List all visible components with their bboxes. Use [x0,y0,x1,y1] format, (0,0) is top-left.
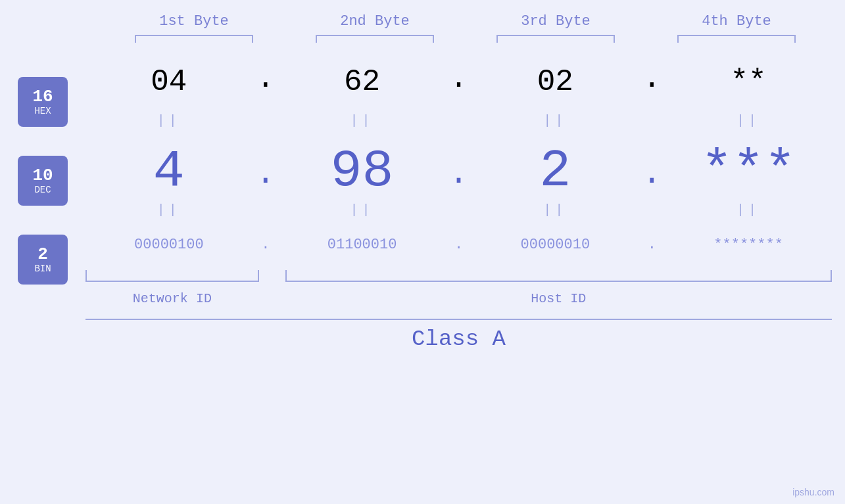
bin-val-1: 00000100 [134,237,204,253]
eq-1: || [157,113,181,128]
hex-sep-1: . [253,62,279,103]
badges-column: 16 HEX 10 DEC 2 BIN [0,56,85,352]
dec-val-2: 98 [331,145,394,198]
byte-header-4: 4th Byte [646,13,827,35]
eq-cell-1: || [85,113,253,128]
bottom-brackets [85,270,832,288]
hex-dot-2: . [450,62,468,103]
eq-2: || [350,113,374,128]
eq-cell-2: || [279,113,446,128]
bracket-top-line-1 [135,35,253,43]
dec-sep-3: . [639,155,665,198]
dec-val-4: *** [701,145,796,198]
eq2-cell-1: || [85,202,253,218]
network-id-label: Network ID [133,291,212,306]
class-label: Class A [412,327,506,352]
bracket-top-3 [466,35,646,43]
hex-val-2: 62 [344,65,380,99]
bracket-top-4 [646,35,827,43]
hex-cell-3: 02 [472,65,639,99]
dec-dot-1: . [256,155,276,198]
hex-dot-1: . [256,62,275,103]
bin-cell-4: ******** [665,237,832,253]
bracket-top-line-2 [316,35,434,43]
bin-dot-1: . [261,237,270,253]
eq2-cell-3: || [472,202,639,218]
eq-4: || [736,113,760,128]
bin-sep-2: . [446,237,472,253]
dec-cell-1: 4 [85,145,253,198]
bin-cell-3: 00000010 [472,237,639,253]
bracket-top-line-4 [677,35,796,43]
hex-val-1: 04 [151,65,187,99]
dec-dot-3: . [642,155,662,198]
eq-cell-4: || [665,113,832,128]
eq2-cell-2: || [279,202,446,218]
dec-badge: 10 DEC [18,156,68,206]
dec-val-3: 2 [539,145,571,198]
host-id-label: Host ID [531,291,586,306]
hex-cell-1: 04 [85,65,253,99]
hex-sep-2: . [446,62,472,103]
dec-sep-2: . [446,155,472,198]
dec-cell-4: *** [665,145,832,198]
data-columns: 04 . 62 . 02 . ** [85,56,845,352]
byte-header-3: 3rd Byte [466,13,646,35]
dec-dot-2: . [448,155,468,198]
byte-header-2: 2nd Byte [285,13,466,35]
hex-val-3: 02 [537,65,573,99]
hex-badge-label: HEX [34,106,51,116]
labels-row: Network ID Host ID [85,288,832,312]
hex-dot-3: . [642,62,661,103]
network-id-bracket [85,270,259,282]
dec-cell-2: 98 [279,145,446,198]
watermark: ipshu.com [792,487,834,497]
eq2-cell-4: || [665,202,832,218]
dec-badge-label: DEC [34,185,51,195]
bin-sep-3: . [639,237,665,253]
hex-row: 04 . 62 . 02 . ** [85,56,832,108]
top-brackets [104,35,827,43]
bracket-top-2 [285,35,466,43]
network-id-label-cell: Network ID [85,291,259,306]
dec-badge-num: 10 [32,166,53,185]
eq-cell-3: || [472,113,639,128]
bin-val-3: 00000010 [521,237,591,253]
hex-badge-num: 16 [32,87,53,106]
class-row: Class A [85,319,832,352]
hex-cell-2: 62 [279,65,446,99]
eq-3: || [543,113,567,128]
bin-badge-label: BIN [34,263,51,274]
eq2-4: || [736,202,760,218]
hex-cell-4: ** [665,65,832,99]
eq2-2: || [350,202,374,218]
bin-cell-2: 01100010 [279,237,446,253]
main-data-area: 16 HEX 10 DEC 2 BIN 04 . [0,56,845,352]
main-container: 1st Byte 2nd Byte 3rd Byte 4th Byte 16 H… [0,0,845,504]
eq-row-2: || || || || [85,198,832,221]
bin-row: 00000100 . 01100010 . 00000010 . [85,221,832,267]
byte-header-1: 1st Byte [104,13,285,35]
bin-sep-1: . [253,237,279,253]
dec-val-1: 4 [153,145,185,198]
bin-badge-num: 2 [37,245,48,264]
bin-cell-1: 00000100 [85,237,253,253]
bin-val-2: 01100010 [327,237,397,253]
dec-row: 4 . 98 . 2 . *** [85,132,832,198]
host-id-label-cell: Host ID [285,291,832,306]
bin-val-4: ******** [713,237,783,253]
eq2-1: || [157,202,181,218]
hex-val-4: ** [731,65,767,99]
eq-row-1: || || || || [85,108,832,132]
bin-dot-2: . [454,237,463,253]
dec-sep-1: . [253,155,279,198]
bracket-top-line-3 [496,35,615,43]
bracket-top-1 [104,35,285,43]
hex-sep-3: . [639,62,665,103]
hex-badge: 16 HEX [18,77,68,127]
bin-dot-3: . [648,237,656,253]
host-id-bracket [285,270,832,282]
eq2-3: || [543,202,567,218]
byte-headers-row: 1st Byte 2nd Byte 3rd Byte 4th Byte [104,13,827,35]
bin-badge: 2 BIN [18,235,68,285]
